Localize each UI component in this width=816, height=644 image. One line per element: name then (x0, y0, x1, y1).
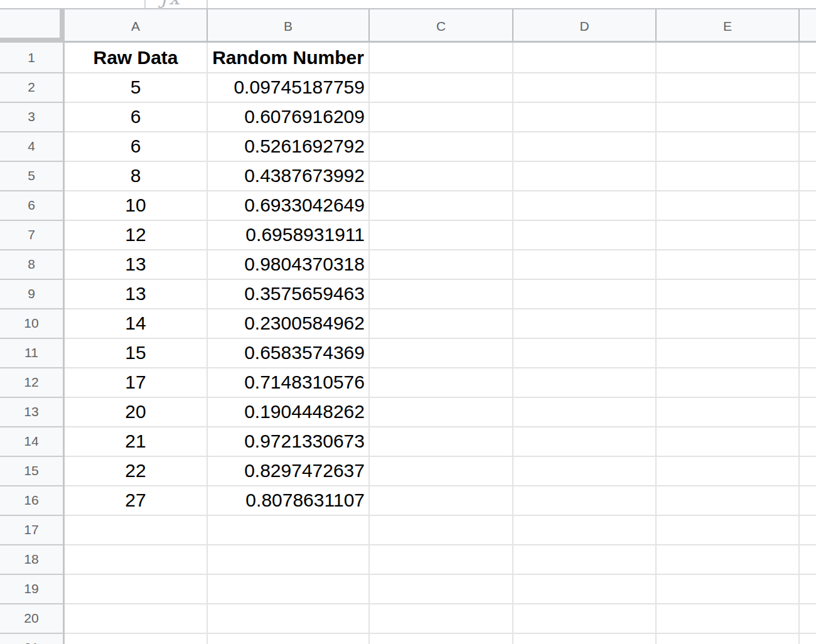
cell-B13[interactable]: 0.1904448262 (208, 397, 368, 426)
formula-input[interactable] (208, 0, 816, 8)
row-header-18[interactable]: 18 (0, 544, 63, 574)
fx-icon: ƒx (144, 0, 207, 8)
cell-B5[interactable]: 0.4387673992 (208, 161, 368, 190)
cell-A15[interactable]: 22 (65, 456, 207, 485)
cell-B16[interactable]: 0.8078631107 (208, 485, 368, 515)
fx-glyph: ƒx (161, 0, 181, 8)
gridline-vertical (798, 43, 800, 644)
column-header-separator (655, 9, 657, 41)
column-header-b[interactable]: B (208, 9, 368, 43)
spreadsheet-app: ƒx ABCDE1Raw DataRandom Number250.097451… (0, 0, 816, 644)
row-header-1[interactable]: 1 (0, 43, 63, 72)
row-header-9[interactable]: 9 (0, 279, 63, 308)
cell-A13[interactable]: 20 (65, 397, 207, 426)
cell-A8[interactable]: 13 (65, 249, 207, 279)
cell-B12[interactable]: 0.7148310576 (208, 367, 368, 397)
cell-B7[interactable]: 0.6958931911 (208, 220, 368, 249)
gridline-horizontal (65, 515, 816, 516)
gridline-vertical (368, 43, 370, 644)
row-header-16[interactable]: 16 (0, 485, 63, 515)
column-header-separator (207, 9, 208, 41)
name-box[interactable] (0, 0, 144, 8)
cell-B3[interactable]: 0.6076916209 (208, 102, 368, 131)
row-header-12[interactable]: 12 (0, 367, 63, 397)
column-header-separator (798, 9, 800, 41)
row-header-17[interactable]: 17 (0, 515, 63, 544)
row-header-2[interactable]: 2 (0, 72, 63, 102)
cell-A10[interactable]: 14 (65, 308, 207, 338)
gridline-horizontal (65, 544, 816, 545)
row-header-5[interactable]: 5 (0, 161, 63, 190)
gridline-horizontal (65, 574, 816, 575)
column-header-f[interactable] (800, 9, 816, 43)
column-header-separator (512, 9, 513, 41)
cell-A5[interactable]: 8 (65, 161, 207, 190)
row-header-3[interactable]: 3 (0, 102, 63, 131)
cell-B2[interactable]: 0.09745187759 (208, 72, 368, 102)
cell-B15[interactable]: 0.8297472637 (208, 456, 368, 485)
gridline-horizontal (65, 603, 816, 604)
row-header-6[interactable]: 6 (0, 190, 63, 220)
cell-A11[interactable]: 15 (65, 338, 207, 367)
row-header-11[interactable]: 11 (0, 338, 63, 367)
row-header-7[interactable]: 7 (0, 220, 63, 249)
cell-A2[interactable]: 5 (65, 72, 207, 102)
cell-B1[interactable]: Random Number (208, 43, 368, 72)
column-header-separator (368, 9, 370, 41)
cell-A9[interactable]: 13 (65, 279, 207, 308)
cell-A1[interactable]: Raw Data (65, 43, 207, 72)
cell-B8[interactable]: 0.9804370318 (208, 249, 368, 279)
gridline-vertical (655, 43, 657, 644)
cell-B14[interactable]: 0.9721330673 (208, 426, 368, 456)
row-header-13[interactable]: 13 (0, 397, 63, 426)
row-header-21[interactable]: 21 (0, 633, 63, 644)
cell-A14[interactable]: 21 (65, 426, 207, 456)
row-header-20[interactable]: 20 (0, 603, 63, 633)
cell-B6[interactable]: 0.6933042649 (208, 190, 368, 220)
column-header-c[interactable]: C (370, 9, 512, 43)
gridline-horizontal (65, 633, 816, 634)
cell-A4[interactable]: 6 (65, 131, 207, 161)
column-header-e[interactable]: E (657, 9, 798, 43)
formula-bar: ƒx (0, 0, 816, 8)
cell-B11[interactable]: 0.6583574369 (208, 338, 368, 367)
row-header-10[interactable]: 10 (0, 308, 63, 338)
column-header-d[interactable]: D (513, 9, 655, 43)
select-all-corner[interactable] (0, 9, 65, 43)
cell-B10[interactable]: 0.2300584962 (208, 308, 368, 338)
cell-A16[interactable]: 27 (65, 485, 207, 515)
cell-A6[interactable]: 10 (65, 190, 207, 220)
cell-A12[interactable]: 17 (65, 367, 207, 397)
column-header-a[interactable]: A (65, 9, 207, 43)
cell-A7[interactable]: 12 (65, 220, 207, 249)
row-header-15[interactable]: 15 (0, 456, 63, 485)
row-header-4[interactable]: 4 (0, 131, 63, 161)
row-header-19[interactable]: 19 (0, 574, 63, 603)
cell-B9[interactable]: 0.3575659463 (208, 279, 368, 308)
row-header-14[interactable]: 14 (0, 426, 63, 456)
row-header-8[interactable]: 8 (0, 249, 63, 279)
gridline-vertical (512, 43, 513, 644)
cell-A3[interactable]: 6 (65, 102, 207, 131)
cell-B4[interactable]: 0.5261692792 (208, 131, 368, 161)
